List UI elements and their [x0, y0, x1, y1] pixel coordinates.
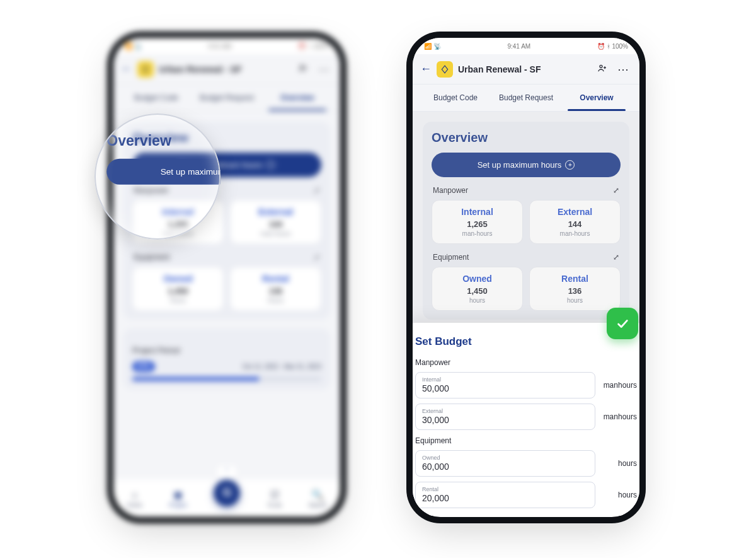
tab-budget-request[interactable]: Budget Request	[192, 84, 262, 111]
sheet-equipment-label: Equipment	[415, 436, 637, 445]
expand-icon[interactable]: ⤢	[314, 186, 320, 195]
field-internal[interactable]: Internal	[415, 372, 595, 398]
rental-input[interactable]	[422, 493, 588, 503]
field-internal-label: Internal	[422, 376, 588, 383]
magnifier-title: Overview	[106, 132, 212, 149]
tabs: Budget Code Budget Request Overview	[113, 84, 340, 112]
tabs: Budget Code Budget Request Overview	[413, 84, 639, 112]
project-period-range: Oct 12, 2022 - Mar 31, 2023	[243, 363, 321, 370]
card-manpower-external[interactable]: External 144 man-hours	[230, 200, 321, 244]
field-external-label: External	[422, 408, 588, 414]
status-time: 9:41 AM	[441, 43, 597, 50]
status-bar: 📶 📡 9:41 AM ⏰ ᚼ 100%	[113, 38, 340, 54]
status-time: 9:41 AM	[142, 43, 298, 50]
expand-icon[interactable]: ⤢	[613, 186, 619, 195]
field-owned-label: Owned	[422, 455, 588, 461]
tab-overview[interactable]: Overview	[561, 84, 632, 111]
card-equipment-rental[interactable]: Rental 136 hours	[230, 267, 321, 311]
equipment-label: Equipment	[134, 253, 169, 262]
nav-center-fab[interactable]: G	[214, 480, 240, 506]
status-left-icons: 📶 📡	[424, 43, 441, 50]
back-icon[interactable]: ←	[121, 62, 132, 76]
card-equipment-rental[interactable]: Rental 136 hours	[529, 267, 621, 311]
confirm-button[interactable]	[607, 308, 638, 339]
card-manpower-external[interactable]: External 144 man-hours	[529, 200, 621, 244]
unit-hours: hours	[602, 459, 637, 468]
set-budget-sheet: Set Budget Manpower Internal manhours Ex…	[413, 323, 639, 516]
status-right: ⏰ ᚼ 100%	[298, 43, 329, 50]
status-bar: 📶 📡 9:41 AM ⏰ ᚼ 100%	[413, 38, 639, 54]
expand-icon[interactable]: ⤢	[314, 253, 320, 262]
card-equipment-owned[interactable]: Owned 1,450 hours	[132, 267, 224, 311]
status-left-icons: 📶 📡	[125, 43, 142, 50]
plus-circle-icon: +	[565, 160, 575, 170]
header-title: Urban Renewal - SF	[159, 64, 290, 74]
more-icon[interactable]: ⋯	[615, 62, 632, 76]
sheet-title: Set Budget	[415, 335, 637, 348]
app-logo-icon	[437, 61, 453, 78]
search-icon: 🔍	[311, 489, 324, 501]
app-header: ← Urban Renewal - SF ⋯	[113, 54, 340, 84]
check-icon	[616, 317, 629, 330]
unit-manhours: manhours	[602, 381, 637, 390]
more-icon[interactable]: ⋯	[316, 62, 333, 76]
phone-mock-right: 📶 📡 9:41 AM ⏰ ᚼ 100% ← Urban Renewal - S…	[413, 38, 639, 517]
add-user-icon[interactable]	[295, 63, 311, 76]
plus-circle-icon: +	[266, 160, 275, 170]
sheet-manpower-label: Manpower	[415, 358, 637, 367]
progress-track	[132, 377, 321, 381]
add-user-icon[interactable]	[595, 63, 610, 76]
field-external[interactable]: External	[415, 404, 595, 430]
tab-budget-code[interactable]: Budget Code	[420, 84, 491, 111]
card-manpower-internal[interactable]: Internal 1,265 man-hours	[432, 200, 523, 244]
todo-icon: ☑	[270, 489, 279, 501]
manpower-label: Manpower	[433, 186, 468, 195]
home-icon: ⌂	[132, 489, 138, 501]
magnifier: Overview Set up maximum hours +	[94, 113, 220, 240]
external-input[interactable]	[422, 415, 588, 425]
progress-fill	[132, 377, 259, 381]
app-header: ← Urban Renewal - SF ⋯	[413, 54, 639, 84]
setup-max-hours-button[interactable]: Set up maximum hours +	[432, 153, 621, 177]
field-owned[interactable]: Owned	[415, 450, 595, 477]
project-period-percent: 67%	[132, 361, 155, 372]
back-icon[interactable]: ←	[420, 62, 432, 76]
card-equipment-owned[interactable]: Owned 1,450 hours	[432, 267, 523, 311]
content: Overview Set up maximum hours + Manpower…	[413, 112, 639, 516]
nav-todo[interactable]: ☑ To-do	[267, 489, 282, 508]
internal-input[interactable]	[422, 383, 588, 393]
field-rental[interactable]: Rental	[415, 482, 595, 508]
field-rental-label: Rental	[422, 486, 588, 492]
nav-home[interactable]: ⌂ Home	[127, 489, 142, 508]
nav-search[interactable]: 🔍 Search	[309, 489, 327, 508]
app-logo-icon	[137, 61, 154, 78]
header-title: Urban Renewal - SF	[458, 64, 590, 74]
setup-button-label: Set up maximum hours	[478, 160, 562, 170]
status-right: ⏰ ᚼ 100%	[597, 43, 628, 50]
unit-manhours: manhours	[602, 412, 637, 421]
owned-input[interactable]	[422, 462, 588, 472]
tab-budget-code[interactable]: Budget Code	[121, 84, 192, 111]
expand-icon[interactable]: ⤢	[613, 253, 619, 262]
bottom-nav: ⌂ Home ▣ Project G ☑ To-do 🔍 Search	[113, 479, 340, 517]
unit-hours: hours	[602, 491, 637, 499]
project-icon: ▣	[173, 489, 183, 501]
nav-project[interactable]: ▣ Project	[169, 489, 186, 508]
magnifier-button: Set up maximum hours +	[106, 159, 220, 185]
tab-overview[interactable]: Overview	[262, 84, 333, 111]
svg-point-0	[301, 65, 303, 67]
project-period-label: Project Period	[132, 346, 321, 355]
phone-mock-left: 📶 📡 9:41 AM ⏰ ᚼ 100% ← Urban Renewal - S…	[113, 38, 340, 517]
tab-budget-request[interactable]: Budget Request	[491, 84, 561, 111]
equipment-label: Equipment	[433, 253, 469, 262]
svg-point-1	[600, 65, 602, 67]
chevron-up-icon[interactable]: ˄	[216, 464, 238, 479]
page-title: Overview	[432, 131, 621, 145]
